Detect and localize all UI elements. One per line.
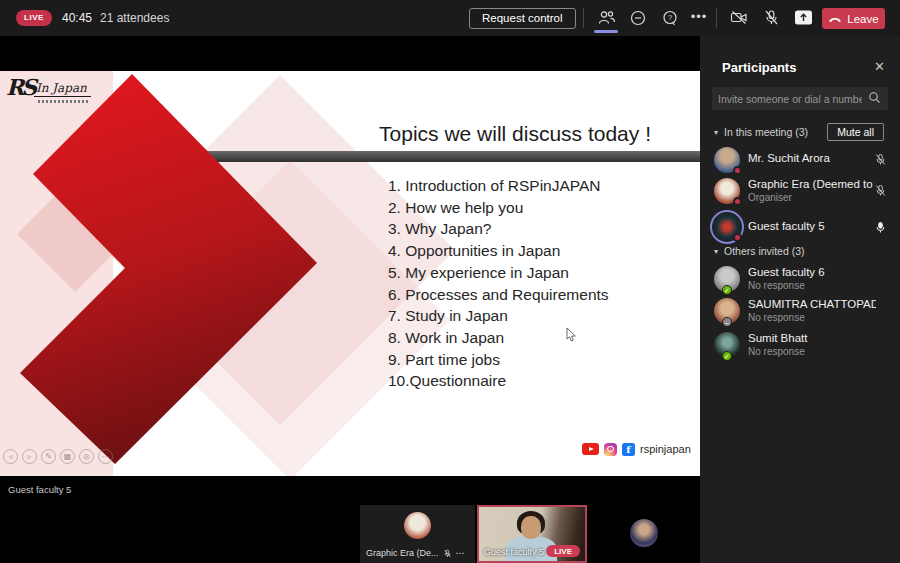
stop-sharing-icon[interactable] <box>792 8 814 28</box>
social-handle: rspinjapan <box>640 443 691 455</box>
camera-off-icon[interactable] <box>728 8 750 28</box>
mouse-cursor <box>566 328 578 342</box>
facebook-icon: f <box>622 443 635 456</box>
previous-slide-button[interactable]: ◃ <box>3 449 18 464</box>
topic-item: 3. Why Japan? <box>388 218 688 240</box>
screen-share-stage: RS In Japan Topics we will discuss today… <box>0 36 700 563</box>
invitee-status: No response <box>748 312 805 323</box>
avatar <box>714 178 740 204</box>
more-slideshow-options-button[interactable]: ⋯ <box>98 449 113 464</box>
invitee-row[interactable]: ✓ Guest faculty 6 No response <box>700 265 900 297</box>
invitee-name: Sumit Bhatt <box>748 332 876 344</box>
zoom-slide-button[interactable]: ◎ <box>79 449 94 464</box>
topic-item: 2. How we help you <box>388 197 688 219</box>
mic-off-icon[interactable] <box>874 183 888 197</box>
topic-item: 6. Processes and Requirements <box>388 284 688 306</box>
topic-item: 4. Opportunities in Japan <box>388 240 688 262</box>
invitee-status: No response <box>748 280 805 291</box>
invitee-row[interactable]: – SAUMITRA CHATTOPADHYAY No response <box>700 297 900 329</box>
participant-row[interactable]: Guest faculty 5 <box>700 213 900 243</box>
toolbar-divider <box>716 8 717 28</box>
others-invited-section-header[interactable]: ▾ Others invited (3) <box>714 245 805 257</box>
instagram-icon <box>604 443 617 456</box>
slide-topic-list: 1. Introduction of RSPinJAPAN 2. How we … <box>388 175 688 392</box>
presenter-name-label: Guest faculty 5 <box>8 484 71 495</box>
mic-off-icon[interactable] <box>760 8 782 28</box>
slideshow-controls: ◃ ▹ ✎ ▦ ◎ ⋯ <box>3 449 113 464</box>
live-badge: LIVE <box>16 10 52 26</box>
active-tab-underline <box>594 30 618 33</box>
video-feed <box>521 516 541 539</box>
avatar <box>404 512 431 539</box>
in-meeting-section-header[interactable]: ▾ In this meeting (3) <box>714 126 808 138</box>
mic-on-icon[interactable] <box>874 220 888 234</box>
video-tile-graphic-era[interactable]: Graphic Era (De... ⋯ <box>360 505 475 563</box>
avatar: ✓ <box>714 332 740 358</box>
participant-name: Guest faculty 5 <box>748 220 876 232</box>
video-tile-guest-faculty-5[interactable]: Guest faculty 5 LIVE <box>477 505 587 563</box>
rs-in-japan-logo: RS In Japan <box>6 72 116 116</box>
avatar-speaking <box>714 214 740 240</box>
invitee-status: No response <box>748 346 805 357</box>
tile-name-label: Guest faculty 5 <box>484 547 544 557</box>
section-label: Others invited (3) <box>724 245 805 257</box>
video-tile-avatar[interactable] <box>630 519 658 547</box>
search-icon[interactable] <box>868 90 888 108</box>
participant-name: Mr. Suchit Arora <box>748 152 876 164</box>
participant-row[interactable]: Mr. Suchit Arora <box>700 146 900 174</box>
chevron-down-icon: ▾ <box>714 247 718 256</box>
participant-role: Organiser <box>748 192 792 203</box>
logo-script-text: In Japan <box>34 81 91 97</box>
logo-tagline-squiggle <box>38 100 90 103</box>
presence-busy-dot <box>733 166 742 175</box>
leave-button[interactable]: Leave <box>822 8 885 29</box>
invitee-row[interactable]: ✓ Sumit Bhatt No response <box>700 331 900 363</box>
slide-title: Topics we will discuss today ! <box>330 122 700 146</box>
youtube-icon <box>582 443 599 455</box>
status-check-badge: ✓ <box>722 285 732 295</box>
mic-off-icon[interactable] <box>874 152 888 166</box>
topic-item: 7. Study in Japan <box>388 305 688 327</box>
avatar: – <box>714 298 740 324</box>
request-control-button[interactable]: Request control <box>469 8 576 29</box>
topic-item: 9. Part time jobs <box>388 349 688 371</box>
pen-tool-button[interactable]: ✎ <box>41 449 56 464</box>
panel-title: Participants <box>722 60 796 75</box>
logo-monogram: RS <box>6 74 34 100</box>
attendee-count: 21 attendees <box>100 11 169 25</box>
status-check-badge: ✓ <box>722 351 732 361</box>
invite-search-input[interactable] <box>712 93 868 105</box>
invite-search-box[interactable] <box>712 87 888 110</box>
presence-busy-dot <box>733 197 742 206</box>
participant-row[interactable]: Graphic Era (Deemed to be Univ... Organi… <box>700 177 900 209</box>
presentation-slide: RS In Japan Topics we will discuss today… <box>0 71 700 476</box>
invitee-name: Guest faculty 6 <box>748 266 876 278</box>
next-slide-button[interactable]: ▹ <box>22 449 37 464</box>
meeting-top-bar: LIVE 40:45 21 attendees Request control … <box>0 0 900 36</box>
chevron-down-icon: ▾ <box>714 128 718 137</box>
leave-label: Leave <box>847 13 878 25</box>
section-label: In this meeting (3) <box>724 126 808 138</box>
phone-hangup-icon <box>828 15 842 23</box>
participants-icon[interactable] <box>595 8 617 28</box>
topic-item: 8. Work in Japan <box>388 327 688 349</box>
tile-name-label: Graphic Era (De... <box>366 548 439 558</box>
chat-icon[interactable] <box>627 8 649 28</box>
meeting-timer: 40:45 <box>62 11 92 25</box>
live-badge: LIVE <box>546 545 580 557</box>
all-slides-button[interactable]: ▦ <box>60 449 75 464</box>
status-unknown-badge: – <box>722 317 732 327</box>
qna-icon[interactable]: ? <box>659 8 681 28</box>
topic-item: 10.Questionnaire <box>388 370 688 392</box>
toolbar-divider <box>583 8 584 28</box>
close-panel-icon[interactable]: ✕ <box>874 59 885 74</box>
avatar: ✓ <box>714 266 740 292</box>
social-links-row: f rspinjapan <box>582 441 691 457</box>
mute-all-button[interactable]: Mute all <box>827 123 884 141</box>
more-options-icon[interactable]: ••• <box>688 8 710 28</box>
mic-off-icon <box>443 549 452 558</box>
svg-text:?: ? <box>668 13 672 22</box>
topic-item: 5. My experience in Japan <box>388 262 688 284</box>
participant-name: Graphic Era (Deemed to be Univ... <box>748 178 876 190</box>
tile-more-options-icon[interactable]: ⋯ <box>456 548 465 558</box>
